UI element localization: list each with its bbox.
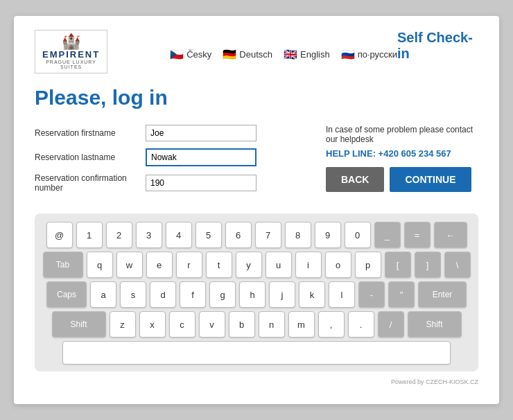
russian-label: по·русски xyxy=(358,49,397,60)
key-p[interactable]: p xyxy=(355,252,381,278)
key-i[interactable]: i xyxy=(295,252,322,278)
key-x[interactable]: x xyxy=(139,311,166,338)
key-equals[interactable]: = xyxy=(404,222,431,248)
english-label: English xyxy=(300,49,330,60)
key-underscore[interactable]: _ xyxy=(374,222,401,248)
key-u[interactable]: u xyxy=(266,252,292,278)
key-bracket-open[interactable]: [ xyxy=(385,252,411,278)
key-t[interactable]: t xyxy=(206,252,232,278)
key-o[interactable]: o xyxy=(325,252,351,278)
continue-button[interactable]: CONTINUE xyxy=(390,167,471,192)
lang-german[interactable]: 🇩🇪 Deutsch xyxy=(223,48,272,61)
key-comma[interactable]: , xyxy=(318,311,345,338)
keyboard-row-3: Caps a s d f g h j k l - " Enter xyxy=(42,281,471,308)
key-y[interactable]: y xyxy=(236,252,262,278)
key-m[interactable]: m xyxy=(288,311,315,338)
key-backspace[interactable]: ← xyxy=(434,222,467,248)
logo-name: EMPIRENT xyxy=(42,49,100,60)
key-g[interactable]: g xyxy=(209,281,236,308)
help-section: In case of some problem please contact o… xyxy=(326,125,478,200)
powered-by: Powered by CZECH-KIOSK.CZ xyxy=(35,378,478,385)
firstname-label: Reservation firstname xyxy=(35,128,146,138)
logo-box: 🏰 EMPIRENT PRAGUE LUXURY SUITES xyxy=(35,30,107,73)
key-shift-left[interactable]: Shift xyxy=(52,311,106,338)
keyboard-row-2: Tab q w e r t y u i o p [ ] \ xyxy=(42,252,471,278)
page-title: Please, log in xyxy=(35,86,478,110)
key-enter[interactable]: Enter xyxy=(418,281,467,308)
action-buttons: BACK CONTINUE xyxy=(326,167,478,192)
key-r[interactable]: r xyxy=(176,252,202,278)
key-4[interactable]: 4 xyxy=(166,222,192,248)
key-v[interactable]: v xyxy=(199,311,225,338)
german-flag-icon: 🇩🇪 xyxy=(223,48,236,61)
key-h[interactable]: h xyxy=(239,281,266,308)
form-section: Reservation firstname Reservation lastna… xyxy=(35,125,478,200)
czech-flag-icon: 🇨🇿 xyxy=(170,48,184,61)
key-slash[interactable]: / xyxy=(378,311,404,338)
key-backslash[interactable]: \ xyxy=(444,252,471,278)
key-3[interactable]: 3 xyxy=(136,222,162,248)
key-z[interactable]: z xyxy=(110,311,136,338)
spacebar-row xyxy=(42,341,471,365)
firstname-row: Reservation firstname xyxy=(35,125,305,141)
key-at[interactable]: @ xyxy=(46,222,73,248)
lastname-input[interactable] xyxy=(146,148,256,166)
lang-russian[interactable]: 🇷🇺 по·русски xyxy=(341,48,397,61)
key-space[interactable] xyxy=(62,341,451,365)
lastname-label: Reservation lastname xyxy=(35,152,146,162)
russian-flag-icon: 🇷🇺 xyxy=(341,48,355,61)
key-7[interactable]: 7 xyxy=(255,222,281,248)
key-tab[interactable]: Tab xyxy=(43,252,83,278)
key-5[interactable]: 5 xyxy=(195,222,222,248)
english-flag-icon: 🇬🇧 xyxy=(284,48,297,61)
key-dash[interactable]: - xyxy=(358,281,385,308)
key-period[interactable]: . xyxy=(348,311,374,338)
form-fields: Reservation firstname Reservation lastna… xyxy=(35,125,305,200)
key-caps[interactable]: Caps xyxy=(46,281,87,308)
key-6[interactable]: 6 xyxy=(225,222,252,248)
key-w[interactable]: w xyxy=(116,252,143,278)
key-b[interactable]: b xyxy=(229,311,255,338)
lang-czech[interactable]: 🇨🇿 Česky xyxy=(170,48,211,61)
confirmation-input[interactable] xyxy=(146,175,256,191)
key-e[interactable]: e xyxy=(146,252,173,278)
key-0[interactable]: 0 xyxy=(345,222,371,248)
self-checkin-title: Self Check-in xyxy=(397,30,478,62)
key-2[interactable]: 2 xyxy=(106,222,132,248)
key-c[interactable]: c xyxy=(169,311,195,338)
key-8[interactable]: 8 xyxy=(285,222,311,248)
key-bracket-close[interactable]: ] xyxy=(415,252,441,278)
confirmation-label: Reservation confirmation number xyxy=(35,173,146,193)
key-a[interactable]: a xyxy=(90,281,116,308)
key-shift-right[interactable]: Shift xyxy=(408,311,462,338)
key-1[interactable]: 1 xyxy=(76,222,103,248)
confirmation-row: Reservation confirmation number xyxy=(35,173,305,193)
logo-castle-icon: 🏰 xyxy=(42,34,100,49)
key-quote[interactable]: " xyxy=(388,281,415,308)
key-j[interactable]: j xyxy=(269,281,295,308)
lang-english[interactable]: 🇬🇧 English xyxy=(284,48,330,61)
lastname-row: Reservation lastname xyxy=(35,148,305,166)
keyboard-row-4: Shift z x c v b n m , . / Shift xyxy=(42,311,471,338)
firstname-input[interactable] xyxy=(146,125,256,141)
key-k[interactable]: k xyxy=(299,281,325,308)
logo-sub: PRAGUE LUXURY SUITES xyxy=(42,60,100,69)
header: 🏰 EMPIRENT PRAGUE LUXURY SUITES 🇨🇿 Česky… xyxy=(35,30,478,73)
key-l[interactable]: l xyxy=(329,281,355,308)
help-line: HELP LINE: +420 605 234 567 xyxy=(326,148,478,159)
key-9[interactable]: 9 xyxy=(315,222,341,248)
czech-label: Česky xyxy=(186,49,211,60)
logo-area: 🏰 EMPIRENT PRAGUE LUXURY SUITES xyxy=(35,30,107,73)
help-text: In case of some problem please contact o… xyxy=(326,125,478,144)
main-container: 🏰 EMPIRENT PRAGUE LUXURY SUITES 🇨🇿 Česky… xyxy=(14,16,499,404)
key-d[interactable]: d xyxy=(150,281,176,308)
german-label: Deutsch xyxy=(239,49,272,60)
key-s[interactable]: s xyxy=(120,281,146,308)
language-bar: 🇨🇿 Česky 🇩🇪 Deutsch 🇬🇧 English 🇷🇺 по·рус… xyxy=(170,48,397,61)
key-f[interactable]: f xyxy=(180,281,206,308)
key-n[interactable]: n xyxy=(259,311,285,338)
keyboard: @ 1 2 3 4 5 6 7 8 9 0 _ = ← Tab q w e r … xyxy=(35,213,478,371)
keyboard-row-1: @ 1 2 3 4 5 6 7 8 9 0 _ = ← xyxy=(42,222,471,248)
back-button[interactable]: BACK xyxy=(326,167,384,192)
key-q[interactable]: q xyxy=(87,252,113,278)
